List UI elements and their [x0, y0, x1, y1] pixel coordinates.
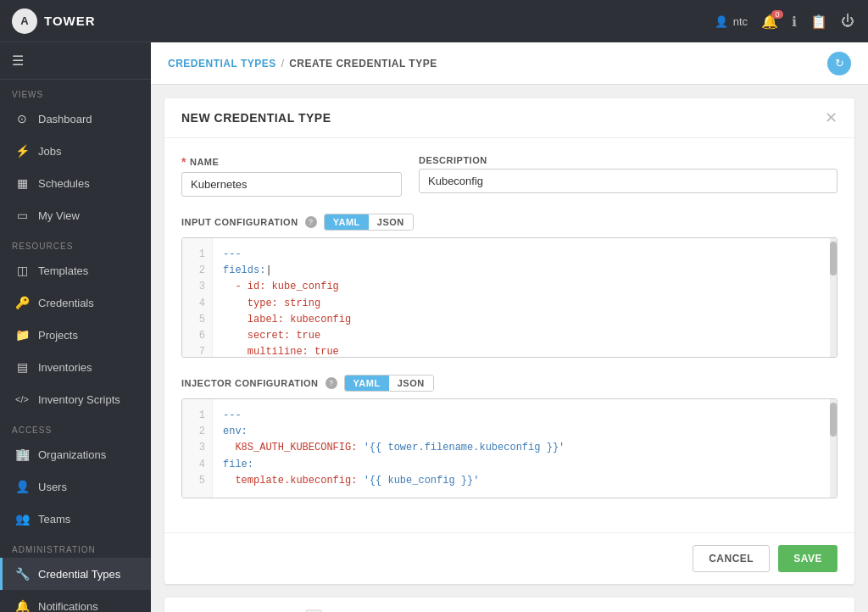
sidebar-item-label: Inventories: [38, 361, 92, 374]
main-area: 👤 ntc 🔔 0 ℹ 📋 ⏻ CREDENTIAL TYPES / CREAT…: [151, 0, 868, 612]
breadcrumb-current: CREATE CREDENTIAL TYPE: [289, 58, 437, 70]
power-icon[interactable]: ⏻: [841, 14, 854, 29]
sidebar-item-label: Notifications: [38, 600, 98, 613]
input-config-header: INPUT CONFIGURATION ? YAML JSON: [181, 214, 837, 231]
sidebar-item-users[interactable]: 👤 Users: [0, 470, 151, 503]
injector-config-section: INJECTOR CONFIGURATION ? YAML JSON 12345: [181, 375, 837, 498]
inventory-scripts-icon: </>: [14, 392, 30, 407]
input-line-numbers: 1234567: [182, 238, 213, 357]
sidebar-item-label: Inventory Scripts: [38, 393, 120, 406]
injector-yaml-toggle-button[interactable]: YAML: [345, 376, 389, 391]
sidebar-item-inventory-scripts[interactable]: </> Inventory Scripts: [0, 383, 151, 415]
name-input[interactable]: [181, 172, 402, 197]
schedules-icon: ▦: [14, 175, 30, 191]
injector-config-label: INJECTOR CONFIGURATION: [181, 378, 319, 388]
breadcrumb-separator: /: [281, 58, 284, 70]
description-label: DESCRIPTION: [419, 155, 837, 165]
notifications-icon: 🔔: [14, 598, 30, 612]
bell-badge: 0: [771, 10, 783, 19]
input-config-editor[interactable]: 1234567 --- fields:| - id: kube_config t…: [181, 237, 837, 358]
injector-config-editor[interactable]: 12345 --- env: K8S_AUTH_KUBECONFIG: '{{ …: [181, 398, 837, 498]
injector-scrollbar[interactable]: [830, 399, 837, 498]
injector-code-content: --- env: K8S_AUTH_KUBECONFIG: '{{ tower.…: [213, 399, 837, 498]
teams-icon: 👥: [14, 511, 30, 526]
sidebar-item-label: Schedules: [38, 177, 90, 190]
sidebar-item-label: Jobs: [38, 145, 61, 158]
sidebar-section-views: VIEWS: [0, 80, 151, 103]
sidebar-section-resources: RESOURCES: [0, 231, 151, 254]
username: ntc: [733, 15, 748, 28]
sidebar-item-label: Dashboard: [38, 113, 92, 125]
sidebar-item-label: My View: [38, 209, 80, 222]
refresh-icon: ↻: [835, 57, 844, 70]
description-input[interactable]: [419, 169, 837, 193]
card-title: NEW CREDENTIAL TYPE: [181, 111, 331, 125]
description-field-group: DESCRIPTION: [419, 155, 837, 197]
injector-format-toggle: YAML JSON: [344, 375, 434, 392]
refresh-button[interactable]: ↻: [827, 52, 851, 75]
sidebar-item-templates[interactable]: ◫ Templates: [0, 254, 151, 287]
input-scrollbar-thumb: [830, 242, 837, 275]
name-label: * NAME: [181, 155, 402, 169]
credential-types-list-card: CREDENTIAL TYPES 0: [164, 598, 854, 612]
user-icon: 👤: [715, 15, 728, 28]
sidebar-item-inventories[interactable]: ▤ Inventories: [0, 351, 151, 383]
yaml-toggle-button[interactable]: YAML: [325, 214, 369, 230]
hamburger-icon: ☰: [12, 53, 24, 68]
sidebar-item-jobs[interactable]: ⚡ Jobs: [0, 135, 151, 167]
sidebar-item-credentials[interactable]: 🔑 Credentials: [0, 287, 151, 319]
injector-config-header: INJECTOR CONFIGURATION ? YAML JSON: [181, 375, 837, 392]
breadcrumb: CREDENTIAL TYPES / CREATE CREDENTIAL TYP…: [168, 58, 437, 70]
hamburger-button[interactable]: ☰: [0, 42, 151, 80]
breadcrumb-bar: CREDENTIAL TYPES / CREATE CREDENTIAL TYP…: [151, 42, 868, 85]
sidebar-item-credential-types[interactable]: 🔧 Credential Types: [0, 558, 151, 590]
sidebar-item-label: Teams: [38, 513, 70, 526]
organizations-icon: 🏢: [14, 447, 30, 462]
card2-header: CREDENTIAL TYPES 0: [164, 598, 854, 612]
injector-json-toggle-button[interactable]: JSON: [389, 376, 433, 391]
breadcrumb-link[interactable]: CREDENTIAL TYPES: [168, 58, 276, 70]
sidebar-item-dashboard[interactable]: ⊙ Dashboard: [0, 103, 151, 135]
user-menu[interactable]: 👤 ntc: [715, 15, 748, 28]
notes-icon[interactable]: 📋: [810, 14, 827, 30]
cancel-button[interactable]: CANCEL: [693, 545, 770, 572]
credential-types-icon: 🔧: [14, 566, 30, 581]
sidebar-item-myview[interactable]: ▭ My View: [0, 199, 151, 231]
info-icon[interactable]: ℹ: [792, 14, 797, 30]
sidebar-section-access: ACCESS: [0, 415, 151, 438]
content-area: CREDENTIAL TYPES / CREATE CREDENTIAL TYP…: [151, 42, 868, 612]
sidebar-item-notifications[interactable]: 🔔 Notifications: [0, 590, 151, 612]
input-config-label: INPUT CONFIGURATION: [181, 217, 298, 227]
sidebar-item-schedules[interactable]: ▦ Schedules: [0, 167, 151, 199]
sidebar-item-label: Organizations: [38, 448, 106, 461]
input-config-section: INPUT CONFIGURATION ? YAML JSON 1234567: [181, 214, 837, 358]
myview-icon: ▭: [14, 208, 30, 223]
input-scrollbar[interactable]: [830, 238, 837, 357]
form-row-name-desc: * NAME DESCRIPTION: [181, 155, 837, 197]
required-indicator: *: [181, 155, 186, 169]
sidebar: A TOWER ☰ VIEWS ⊙ Dashboard ⚡ Jobs ▦ Sch…: [0, 0, 151, 612]
card-footer: CANCEL SAVE: [164, 532, 854, 584]
sidebar-section-admin: ADMINISTRATION: [0, 535, 151, 558]
close-icon[interactable]: ✕: [825, 110, 837, 125]
save-button[interactable]: SAVE: [778, 545, 837, 572]
sidebar-item-teams[interactable]: 👥 Teams: [0, 503, 151, 535]
json-toggle-button[interactable]: JSON: [369, 214, 413, 230]
topbar: 👤 ntc 🔔 0 ℹ 📋 ⏻: [151, 0, 868, 42]
app-logo: A: [12, 8, 37, 34]
dashboard-icon: ⊙: [14, 111, 30, 126]
app-name: TOWER: [44, 14, 96, 28]
inventories-icon: ▤: [14, 359, 30, 375]
sidebar-header: A TOWER: [0, 0, 151, 42]
sidebar-item-projects[interactable]: 📁 Projects: [0, 319, 151, 351]
notifications-bell[interactable]: 🔔 0: [761, 14, 778, 30]
projects-icon: 📁: [14, 327, 30, 342]
sidebar-item-organizations[interactable]: 🏢 Organizations: [0, 438, 151, 470]
sidebar-item-label: Users: [38, 481, 67, 493]
input-config-help[interactable]: ?: [305, 216, 317, 228]
jobs-icon: ⚡: [14, 143, 30, 159]
credentials-icon: 🔑: [14, 295, 30, 310]
card-body: * NAME DESCRIPTION INPU: [164, 138, 854, 532]
injector-config-help[interactable]: ?: [326, 377, 337, 389]
sidebar-item-label: Templates: [38, 264, 88, 277]
